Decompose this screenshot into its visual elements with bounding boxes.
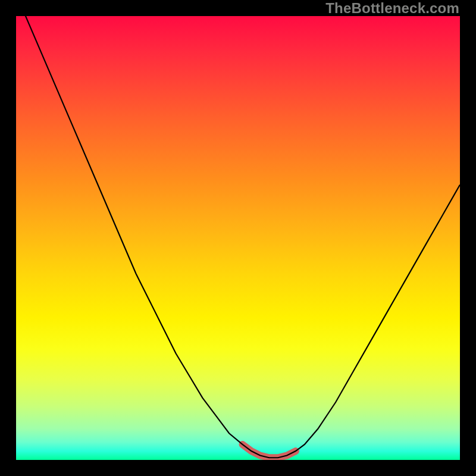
chart-frame: TheBottleneck.com	[0, 0, 476, 476]
v-curve-plot	[16, 16, 460, 460]
curve-line	[16, 16, 460, 458]
watermark-text: TheBottleneck.com	[325, 0, 459, 17]
plot-area	[16, 16, 460, 460]
